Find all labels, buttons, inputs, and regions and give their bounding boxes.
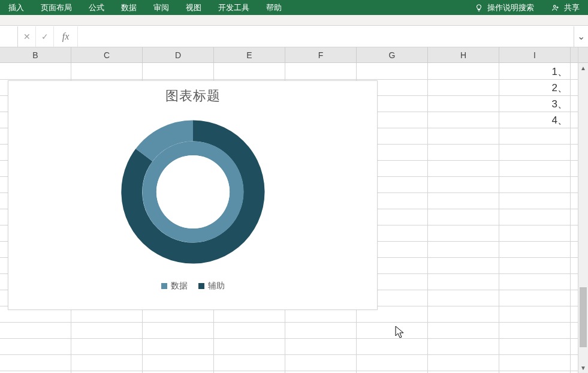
column-header-C[interactable]: C <box>71 47 143 62</box>
column-header-D[interactable]: D <box>143 47 214 62</box>
legend-label-data: 数据 <box>171 281 188 291</box>
legend-item-aux[interactable]: 辅助 <box>198 281 225 291</box>
ribbon-tab-page-layout[interactable]: 页面布局 <box>32 0 80 15</box>
doughnut-chart-svg <box>115 114 271 270</box>
legend-swatch-aux <box>198 283 204 289</box>
formula-bar: ✕ ✓ fx ⌄ <box>0 26 588 47</box>
legend-item-data[interactable]: 数据 <box>161 281 188 291</box>
share-button[interactable]: 共享 <box>542 2 588 13</box>
name-box[interactable] <box>0 26 18 47</box>
vertical-scrollbar[interactable]: ▲ ▼ <box>578 47 588 373</box>
scroll-up-button[interactable]: ▲ <box>578 63 588 73</box>
chart-legend[interactable]: 数据 辅助 <box>8 281 377 291</box>
insert-function-button[interactable]: fx <box>54 26 78 47</box>
formula-input[interactable] <box>78 26 574 47</box>
scroll-down-button[interactable]: ▼ <box>578 363 588 373</box>
share-icon <box>551 3 560 13</box>
cancel-button[interactable]: ✕ <box>18 26 36 47</box>
legend-label-aux: 辅助 <box>208 281 225 291</box>
ribbon-tabs: 插入 页面布局 公式 数据 审阅 视图 开发工具 帮助 操作说明搜索 共享 <box>0 0 588 15</box>
formula-bar-expand[interactable]: ⌄ <box>574 26 588 47</box>
ribbon-tab-formulas[interactable]: 公式 <box>80 0 113 15</box>
cell-I-r1[interactable]: 1、 <box>499 65 570 79</box>
column-header-I[interactable]: I <box>499 47 571 62</box>
lightbulb-icon <box>474 3 484 13</box>
column-header-B[interactable]: B <box>0 47 71 62</box>
ribbon-tab-view[interactable]: 视图 <box>177 0 210 15</box>
ribbon-tab-developer[interactable]: 开发工具 <box>210 0 258 15</box>
doughnut-hole <box>156 155 229 228</box>
ribbon-content-collapsed <box>0 15 588 26</box>
svg-point-0 <box>554 5 556 7</box>
column-header-F[interactable]: F <box>285 47 357 62</box>
cell-I-r2[interactable]: 2、 <box>499 81 570 95</box>
column-header-E[interactable]: E <box>214 47 285 62</box>
cell-I-r3[interactable]: 3、 <box>499 97 570 111</box>
ribbon-tab-help[interactable]: 帮助 <box>258 0 290 15</box>
ribbon-tab-insert[interactable]: 插入 <box>0 0 32 15</box>
ribbon-tab-review[interactable]: 审阅 <box>145 0 177 15</box>
column-headers: B C D E F G H I <box>0 47 578 63</box>
column-header-H[interactable]: H <box>428 47 499 62</box>
tell-me-search[interactable]: 操作说明搜索 <box>466 0 542 15</box>
chart-plot-area[interactable] <box>8 114 377 270</box>
ribbon-tab-data[interactable]: 数据 <box>113 0 145 15</box>
column-header-G[interactable]: G <box>357 47 428 62</box>
chart-title[interactable]: 图表标题 <box>8 87 377 105</box>
legend-swatch-data <box>161 283 167 289</box>
enter-button[interactable]: ✓ <box>36 26 54 47</box>
cell-I-r4[interactable]: 4、 <box>499 113 570 127</box>
share-label: 共享 <box>564 2 580 13</box>
tell-me-label: 操作说明搜索 <box>487 2 534 13</box>
chart-object[interactable]: 图表标题 数据 辅助 <box>8 80 378 310</box>
scroll-thumb[interactable] <box>580 287 587 347</box>
